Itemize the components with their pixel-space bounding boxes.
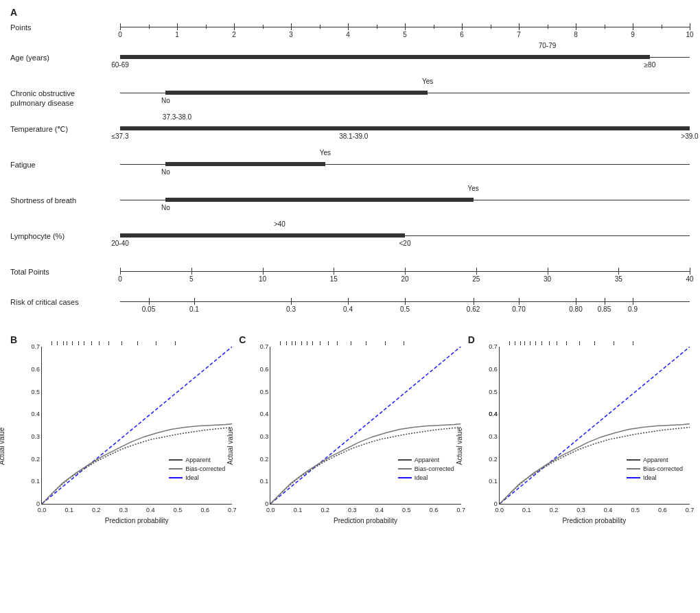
age-row: Age (years) 60-69 70-79 ≥80 xyxy=(120,51,690,82)
chart-b-legend: Apparent Bias-corrected Ideal xyxy=(169,456,225,483)
legend-c-bias: Bias-corrected xyxy=(415,465,454,472)
copd-scale: Yes No xyxy=(120,87,690,117)
legend-apparent: Apparent xyxy=(185,456,211,463)
chart-d-x-label: Prediction probability xyxy=(499,517,690,524)
chart-c-legend: Apparent Bias-corrected Ideal xyxy=(398,456,454,483)
points-label: Points xyxy=(10,21,120,32)
chart-c-y-label: Actual value xyxy=(226,427,234,464)
fatigue-label: Fatigue xyxy=(10,159,120,170)
points-row: Points 0 1 2 3 4 5 6 7 8 9 10 xyxy=(120,21,690,46)
temperature-label: Temperature (℃) xyxy=(10,123,120,134)
shortness-row: Shortness of breath Yes No xyxy=(120,194,690,224)
chart-d: D Actual value 0 0.1 0.2 0.3 0.4 0.4 xyxy=(468,334,690,545)
panel-a: A Points 0 1 2 3 4 5 6 7 8 9 10 xyxy=(10,7,690,321)
copd-label: Chronic obstructivepulmonary disease xyxy=(10,87,120,108)
legend-d-apparent: Apparent xyxy=(643,456,668,463)
risk-row: Risk of critical cases 0.05 0.1 0.3 0.4 … xyxy=(120,296,690,321)
legend-c-apparent: Apparent xyxy=(415,456,440,463)
chart-d-y-label: Actual value xyxy=(455,427,463,464)
shortness-scale: Yes No xyxy=(120,194,690,224)
lymphocyte-scale: >40 20-40 <20 xyxy=(120,230,690,260)
bottom-panels: B Actual value 0 0.1 0.2 0.3 xyxy=(10,334,690,545)
fatigue-scale: Yes No xyxy=(120,159,690,189)
copd-row: Chronic obstructivepulmonary disease Yes… xyxy=(120,87,690,117)
legend-ideal: Ideal xyxy=(185,474,199,481)
legend-bias: Bias-corrected xyxy=(185,465,225,472)
lymphocyte-label: Lymphocyte (%) xyxy=(10,230,120,241)
chart-b-x-label: Prediction probability xyxy=(41,517,232,524)
chart-d-legend: Apparent Bias-corrected Ideal xyxy=(627,456,683,483)
age-label: Age (years) xyxy=(10,51,120,62)
total-points-row: Total Points 0 5 10 15 20 25 30 35 40 xyxy=(120,266,690,290)
fatigue-row: Fatigue Yes No xyxy=(120,159,690,189)
legend-d-ideal: Ideal xyxy=(643,474,657,481)
chart-b-y-label: Actual value xyxy=(0,427,5,464)
shortness-label: Shortness of breath xyxy=(10,194,120,205)
temperature-row: Temperature (℃) 37.3-38.0 ≤37.3 38.1-39.… xyxy=(120,123,690,153)
chart-b-area: 0 0.1 0.2 0.3 0.4 0.5 0.6 0.7 0.0 0.1 0.… xyxy=(41,347,232,505)
risk-scale: 0.05 0.1 0.3 0.4 0.5 0.62 0.70 0.80 0.85… xyxy=(120,296,690,321)
temperature-scale: 37.3-38.0 ≤37.3 38.1-39.0 >39.0 xyxy=(120,123,690,153)
legend-c-ideal: Ideal xyxy=(415,474,428,481)
chart-c: C Actual value 0 0.1 0.2 0.3 0.4 0.5 xyxy=(239,334,460,545)
points-scale: 0 1 2 3 4 5 6 7 8 9 10 xyxy=(120,21,690,46)
chart-d-area: 0 0.1 0.2 0.3 0.4 0.4 0.5 0.6 0.7 0.0 0.… xyxy=(499,347,690,505)
chart-b: B Actual value 0 0.1 0.2 0.3 xyxy=(10,334,232,545)
risk-label: Risk of critical cases xyxy=(10,296,120,307)
legend-d-bias: Bias-corrected xyxy=(643,465,683,472)
lymphocyte-row: Lymphocyte (%) >40 20-40 <20 xyxy=(120,230,690,260)
age-scale: 60-69 70-79 ≥80 xyxy=(120,51,690,82)
total-points-scale: 0 5 10 15 20 25 30 35 40 xyxy=(120,266,690,290)
chart-c-x-label: Prediction probability xyxy=(270,517,460,524)
total-points-label: Total Points xyxy=(10,266,120,277)
chart-c-area: 0 0.1 0.2 0.3 0.4 0.5 0.6 0.7 0.0 0.1 0.… xyxy=(270,347,460,505)
panel-a-label: A xyxy=(10,7,690,18)
